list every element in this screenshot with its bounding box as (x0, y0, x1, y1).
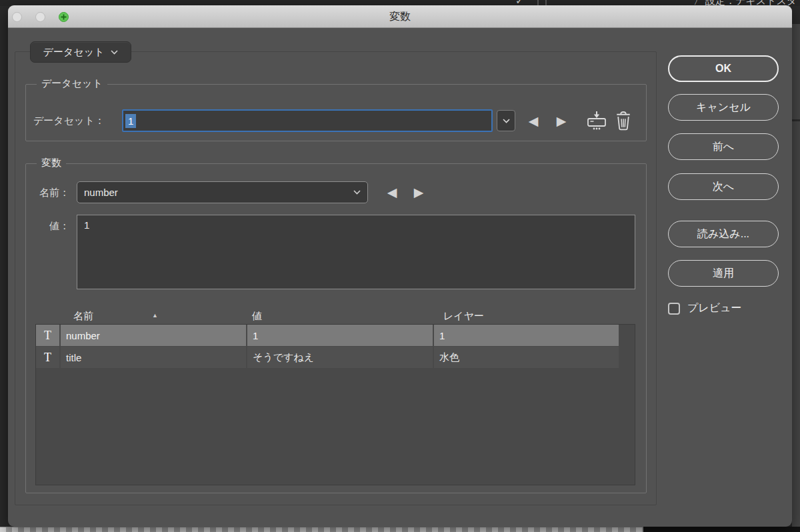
row-value-cell[interactable]: そうですねえ (247, 347, 433, 368)
row-name-cell[interactable]: number (61, 325, 246, 346)
popup-label: データセット (43, 46, 105, 59)
row-name-cell[interactable]: title (61, 347, 246, 368)
dataset-legend: データセット (37, 77, 107, 90)
apply-button[interactable]: 適用 (668, 260, 779, 287)
preview-checkbox[interactable] (668, 303, 680, 315)
trash-icon[interactable] (615, 110, 632, 131)
value-label: 値： (45, 220, 69, 233)
name-label: 名前： (35, 187, 69, 199)
row-layer-cell[interactable]: 1 (434, 325, 619, 346)
column-header-layer[interactable]: レイヤー (443, 310, 484, 323)
ok-button[interactable]: OK (668, 55, 779, 82)
save-dataset-icon[interactable] (585, 111, 608, 131)
prev-button[interactable]: 前へ (668, 133, 779, 160)
background-right-strip (792, 24, 800, 527)
sort-asc-icon: ▲ (152, 312, 158, 319)
background-divider (792, 119, 800, 121)
close-icon[interactable] (12, 12, 22, 22)
variable-name-select[interactable]: number (77, 181, 368, 203)
column-header-value[interactable]: 値 (252, 310, 262, 323)
variables-table: T number 1 1 T title そうですねえ 水色 (35, 324, 635, 485)
text-variable-icon: T (36, 325, 59, 346)
preview-label: プレビュー (687, 301, 742, 315)
dialog-title: 変数 (8, 5, 792, 28)
minimize-icon[interactable] (35, 12, 45, 22)
table-row[interactable]: T number 1 1 (36, 325, 619, 346)
row-layer-cell[interactable]: 水色 (434, 347, 619, 368)
table-row[interactable]: T title そうですねえ 水色 (36, 347, 619, 368)
load-button[interactable]: 読み込み... (668, 221, 779, 247)
variable-value-textarea[interactable]: 1 (77, 215, 635, 289)
chevron-down-icon (503, 119, 510, 123)
dataset-name-input[interactable]: 1 (122, 109, 493, 132)
row-value-cell[interactable]: 1 (247, 325, 433, 346)
variables-legend: 変数 (37, 157, 66, 169)
next-dataset-arrow-icon[interactable]: ▶ (553, 113, 569, 129)
selected-variable-name: number (84, 187, 118, 198)
next-button[interactable]: 次へ (668, 173, 779, 200)
prev-variable-arrow-icon[interactable]: ◀ (384, 185, 400, 201)
background-canvas-edge (643, 527, 800, 532)
titlebar[interactable]: 変数 (8, 5, 792, 28)
prev-dataset-arrow-icon[interactable]: ◀ (525, 113, 541, 129)
column-header-name[interactable]: 名前 (73, 310, 93, 323)
table-scrollbar-track[interactable] (619, 325, 635, 485)
dataset-dropdown-button[interactable] (497, 110, 515, 131)
chevron-down-icon (111, 50, 118, 55)
text-variable-icon: T (36, 347, 59, 368)
zoom-icon[interactable] (59, 12, 69, 22)
input-selected-text: 1 (125, 114, 136, 128)
dataset-field-label: データセット： (33, 115, 105, 127)
cancel-button[interactable]: キャンセル (668, 94, 779, 121)
background-marching-ants (0, 527, 643, 532)
variables-dialog: 変数 データセット データセット データセット： 1 ◀ ▶ (8, 5, 792, 527)
dataset-mode-popup[interactable]: データセット (30, 41, 131, 63)
chevron-down-icon (353, 190, 361, 195)
next-variable-arrow-icon[interactable]: ▶ (411, 185, 427, 201)
